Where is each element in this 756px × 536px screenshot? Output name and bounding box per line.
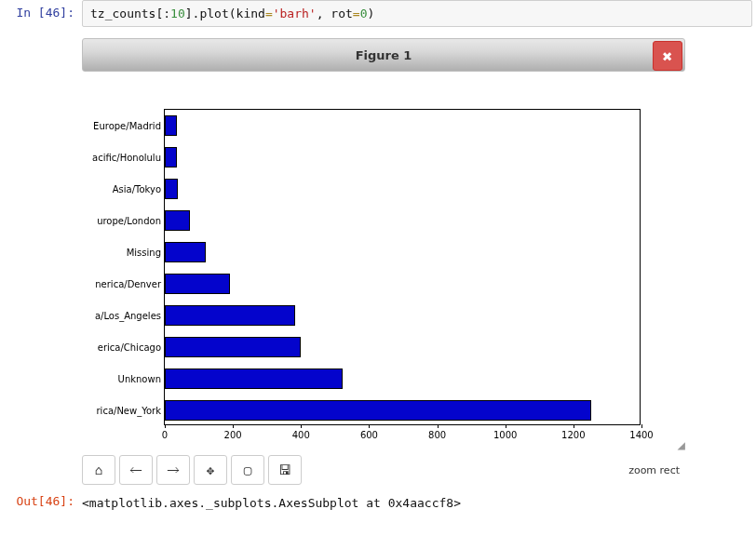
bar-row: urope/London [165, 205, 641, 236]
x-tick-label: 1200 [559, 430, 588, 440]
x-tick-label: 600 [354, 430, 384, 440]
bar-row: Unknown [165, 363, 641, 395]
bar-row: acific/Honolulu [165, 141, 641, 173]
bar-row: erica/Chicago [165, 331, 641, 363]
bar-row: Europe/Madrid [165, 110, 641, 141]
input-cell: In [46]: tz_counts[:10].plot(kind='barh'… [0, 0, 756, 27]
arrow-left-icon: 🡐 [129, 462, 142, 477]
x-tick-label: 400 [286, 430, 316, 440]
x-tick-label: 800 [423, 430, 452, 440]
code-input[interactable]: tz_counts[:10].plot(kind='barh', rot=0) [82, 0, 752, 27]
y-tick-label: erica/Chicago [34, 342, 165, 353]
pan-button[interactable]: ✥ [194, 455, 227, 485]
back-button[interactable]: 🡐 [119, 455, 153, 485]
y-tick-label: Missing [34, 248, 165, 258]
out-prompt: Out[46]: [0, 489, 82, 517]
toolbar-message: zoom rect [628, 464, 680, 476]
bar [165, 179, 178, 199]
x-tick-label: 1000 [491, 430, 520, 440]
plot-axes: Europe/Madridacific/HonoluluAsia/Tokyour… [164, 109, 641, 425]
figure-toolbar: ⌂ 🡐 🡒 ✥ ▢ 🖫 zoom rect [82, 455, 685, 485]
close-button[interactable]: ✖ [653, 41, 682, 71]
y-tick-label: urope/London [34, 216, 165, 226]
bar [165, 115, 177, 136]
bar [165, 147, 177, 168]
x-tick-label: 0 [150, 430, 180, 440]
bar [165, 400, 591, 421]
save-button[interactable]: 🖫 [268, 455, 302, 485]
output-cell-text: Out[46]: <matplotlib.axes._subplots.Axes… [0, 489, 756, 517]
save-icon: 🖫 [278, 462, 291, 477]
bar [165, 242, 206, 262]
output-text: <matplotlib.axes._subplots.AxesSubplot a… [82, 492, 750, 514]
bar [165, 274, 230, 294]
x-tick-label: 1400 [627, 430, 656, 440]
zoom-button[interactable]: ▢ [231, 455, 264, 485]
bar-row: nerica/Denver [165, 268, 641, 300]
bar-row: Asia/Tokyo [165, 173, 641, 205]
move-icon: ✥ [207, 462, 214, 477]
y-tick-label: Europe/Madrid [34, 121, 165, 131]
y-tick-label: rica/New_York [34, 406, 165, 416]
resize-handle[interactable]: ◢ [672, 440, 685, 453]
bar [165, 368, 343, 389]
home-icon: ⌂ [95, 462, 102, 477]
empty-prompt [0, 27, 82, 489]
y-tick-label: Asia/Tokyo [34, 184, 165, 194]
figure-titlebar: Figure 1 ✖ [82, 38, 685, 72]
bar-row: a/Los_Angeles [165, 300, 641, 331]
y-tick-label: acific/Honolulu [34, 153, 165, 163]
figure-window: Figure 1 ✖ Europe/Madridacific/HonoluluA… [82, 38, 685, 485]
figure-title: Figure 1 [83, 48, 684, 62]
y-tick-label: nerica/Denver [34, 279, 165, 289]
bar [165, 210, 190, 231]
x-tick-label: 200 [218, 430, 248, 440]
forward-button[interactable]: 🡒 [156, 455, 190, 485]
bar-row: rica/New_York [165, 395, 641, 426]
output-cell-figure: Figure 1 ✖ Europe/Madridacific/HonoluluA… [0, 27, 756, 489]
bar [165, 305, 295, 326]
zoom-rect-icon: ▢ [244, 462, 251, 477]
home-button[interactable]: ⌂ [82, 455, 115, 485]
bar [165, 337, 301, 357]
bar-row: Missing [165, 236, 641, 268]
figure-canvas[interactable]: Europe/Madridacific/HonoluluAsia/Tokyour… [82, 72, 685, 453]
y-tick-label: a/Los_Angeles [34, 311, 165, 321]
y-tick-label: Unknown [34, 374, 165, 384]
close-icon: ✖ [663, 47, 673, 66]
arrow-right-icon: 🡒 [167, 462, 180, 477]
in-prompt: In [46]: [0, 0, 82, 27]
